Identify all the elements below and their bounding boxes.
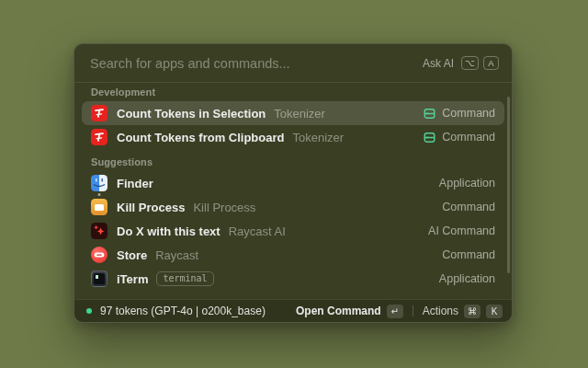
list-item-iterm[interactable]: iTerm terminal Application <box>82 267 504 291</box>
item-title: Store <box>117 248 147 262</box>
open-command-button[interactable]: Open Command <box>296 305 381 317</box>
item-title: Count Tokens from Clipboard <box>117 131 284 144</box>
finder-icon <box>91 175 107 191</box>
item-title: iTerm <box>117 272 148 286</box>
footer-divider <box>413 305 413 316</box>
item-subtitle: Raycast AI <box>229 224 286 238</box>
item-type: AI Command <box>428 224 495 237</box>
results-list: Development Count Tokens in Selection To… <box>74 84 512 299</box>
ai-sparkle-icon <box>91 223 107 239</box>
token-count-status: 97 tokens (GPT-4o | o200k_base) <box>100 305 266 317</box>
list-item-kill-process[interactable]: Kill Process Kill Process Command <box>82 195 504 219</box>
actions-button[interactable]: Actions <box>423 305 458 317</box>
item-title: Finder <box>117 177 153 190</box>
command-badge-icon <box>424 108 435 120</box>
item-title: Count Tokens in Selection <box>117 107 266 121</box>
running-indicator <box>98 193 101 196</box>
command-key-icon: ⌘ <box>464 305 481 318</box>
item-subtitle: Tokenizer <box>274 107 325 121</box>
item-subtitle: Raycast <box>155 248 198 262</box>
scrollbar[interactable] <box>507 97 510 273</box>
item-type: Application <box>439 177 495 190</box>
list-item-finder[interactable]: Finder Application <box>82 171 504 195</box>
kill-process-icon <box>91 199 107 215</box>
item-title: Kill Process <box>117 201 185 214</box>
enter-key-icon: ↵ <box>387 305 403 318</box>
tokenizer-icon <box>91 105 107 121</box>
list-item-count-tokens-clipboard[interactable]: Count Tokens from Clipboard Tokenizer Co… <box>82 125 504 149</box>
raycast-window: Ask AI ⌥ A Development Count Tokens in S… <box>74 43 513 323</box>
item-tag-terminal: terminal <box>156 271 213 287</box>
list-item-count-tokens-selection[interactable]: Count Tokens in Selection Tokenizer Comm… <box>82 101 504 125</box>
raycast-store-icon <box>91 247 107 263</box>
iterm-icon <box>91 270 107 287</box>
search-input[interactable] <box>90 56 423 71</box>
status-dot-icon <box>86 308 92 314</box>
item-subtitle: Tokenizer <box>292 131 344 144</box>
list-item-store[interactable]: Store Raycast Command <box>82 243 504 267</box>
command-badge-icon <box>424 132 435 144</box>
k-key-icon: K <box>486 305 503 318</box>
ask-ai-label: Ask AI <box>423 57 454 70</box>
item-type: Command <box>442 107 495 120</box>
option-key-icon: ⌥ <box>461 56 479 70</box>
item-subtitle: Kill Process <box>193 201 255 214</box>
item-type: Application <box>439 272 495 285</box>
tokenizer-icon <box>91 129 107 145</box>
item-type: Command <box>442 248 495 261</box>
section-header-suggestions: Suggestions <box>91 155 495 169</box>
item-type: Command <box>442 131 495 144</box>
footer-bar: 97 tokens (GPT-4o | o200k_base) Open Com… <box>74 299 512 322</box>
section-header-development: Development <box>91 86 495 99</box>
item-type: Command <box>442 201 495 213</box>
search-bar: Ask AI ⌥ A <box>74 44 512 83</box>
list-item-do-x-with-text[interactable]: Do X with this text Raycast AI AI Comman… <box>82 219 504 243</box>
item-title: Do X with this text <box>117 224 220 238</box>
ask-ai-control[interactable]: Ask AI ⌥ A <box>423 56 499 70</box>
a-key-icon: A <box>483 56 499 70</box>
